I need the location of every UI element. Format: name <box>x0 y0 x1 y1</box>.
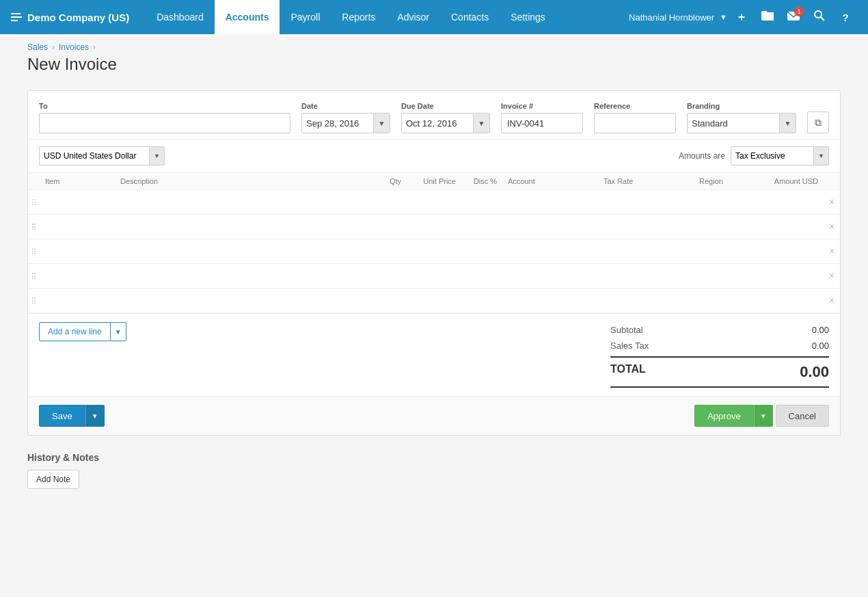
unitprice-input-3[interactable] <box>409 267 459 286</box>
remove-row-btn-3[interactable]: × <box>829 271 835 280</box>
approve-button[interactable]: Approve <box>694 405 753 427</box>
invoice-number-input[interactable] <box>501 113 583 133</box>
remove-row-btn-4[interactable]: × <box>829 295 835 305</box>
date-input[interactable] <box>302 114 373 133</box>
taxrate-input-1[interactable] <box>601 217 691 237</box>
branding-select[interactable]: Standard <box>688 114 779 133</box>
account-input-4[interactable] <box>505 291 595 310</box>
desc-input-4[interactable] <box>118 291 363 310</box>
nav-settings[interactable]: Settings <box>500 0 556 34</box>
cancel-button[interactable]: Cancel <box>776 405 829 427</box>
due-date-dropdown-btn[interactable]: ▼ <box>473 114 489 133</box>
taxrate-input-4[interactable] <box>601 291 691 310</box>
disc-input-1[interactable] <box>464 217 500 237</box>
save-chevron-icon: ▼ <box>92 412 98 420</box>
desc-input-2[interactable] <box>118 242 363 261</box>
item-input-3[interactable] <box>42 267 112 286</box>
taxrate-input-0[interactable] <box>601 193 691 212</box>
currency-dropdown-icon: ▼ <box>149 147 164 165</box>
total-row: TOTAL 0.00 <box>610 356 829 388</box>
qty-input-2[interactable] <box>368 242 404 261</box>
item-input-1[interactable] <box>42 217 112 237</box>
desc-input-0[interactable] <box>118 193 363 212</box>
qty-input-4[interactable] <box>368 291 404 310</box>
breadcrumb-invoices[interactable]: Invoices <box>59 42 89 52</box>
remove-row-btn-0[interactable]: × <box>829 197 835 207</box>
nav-dashboard[interactable]: Dashboard <box>146 0 215 34</box>
breadcrumb-sales[interactable]: Sales <box>27 42 48 52</box>
disc-input-3[interactable] <box>464 267 500 286</box>
action-bar: Save ▼ Approve ▼ Cancel <box>28 396 840 435</box>
user-dropdown-icon[interactable]: ▼ <box>720 13 727 21</box>
approve-dropdown-btn[interactable]: ▼ <box>754 405 773 427</box>
amounts-are-select[interactable]: Tax ExclusiveTax InclusiveNo Tax <box>731 147 813 165</box>
unitprice-input-2[interactable] <box>409 242 459 261</box>
add-button[interactable]: + <box>730 5 753 29</box>
region-input-4[interactable] <box>696 291 752 310</box>
disc-input-0[interactable] <box>464 193 500 212</box>
search-button[interactable] <box>808 5 831 29</box>
region-input-3[interactable] <box>696 267 752 286</box>
unitprice-input-4[interactable] <box>409 291 459 310</box>
folder-icon <box>761 11 774 23</box>
nav-accounts[interactable]: Accounts <box>215 0 280 34</box>
currency-select[interactable]: USD United States Dollar <box>40 147 149 165</box>
unitprice-input-1[interactable] <box>409 217 459 237</box>
drag-handle-4[interactable]: ⠿ <box>28 289 40 313</box>
company-logo[interactable]: Demo Company (US) <box>11 12 129 23</box>
to-input[interactable] <box>39 113 290 133</box>
qty-input-3[interactable] <box>368 267 404 286</box>
region-input-0[interactable] <box>696 193 752 212</box>
item-input-2[interactable] <box>42 242 112 261</box>
add-line-button[interactable]: Add a new line <box>39 322 111 341</box>
nav-reports[interactable]: Reports <box>331 0 386 34</box>
nav-contacts[interactable]: Contacts <box>440 0 500 34</box>
disc-input-4[interactable] <box>464 291 500 310</box>
drag-handle-2[interactable]: ⠿ <box>28 239 40 264</box>
amount-input-1[interactable] <box>758 217 821 237</box>
plus-icon: + <box>738 10 746 25</box>
nav-advisor[interactable]: Advisor <box>386 0 440 34</box>
to-field: To <box>39 102 290 133</box>
mail-button[interactable]: 1 <box>782 5 805 29</box>
amount-input-3[interactable] <box>758 267 821 286</box>
sales-tax-label: Sales Tax <box>610 341 649 351</box>
help-button[interactable]: ? <box>834 5 857 29</box>
branding-dropdown-icon: ▼ <box>779 114 796 133</box>
qty-input-1[interactable] <box>368 217 404 237</box>
add-line-dropdown-btn[interactable]: ▼ <box>111 322 126 341</box>
unitprice-input-0[interactable] <box>409 193 459 212</box>
due-date-input[interactable] <box>402 114 473 133</box>
item-input-4[interactable] <box>42 291 112 310</box>
amount-input-0[interactable] <box>758 193 821 212</box>
remove-row-btn-1[interactable]: × <box>829 222 835 231</box>
region-input-2[interactable] <box>696 242 752 261</box>
date-dropdown-btn[interactable]: ▼ <box>373 114 390 133</box>
nav-payroll[interactable]: Payroll <box>280 0 331 34</box>
taxrate-input-2[interactable] <box>601 242 691 261</box>
disc-input-2[interactable] <box>464 242 500 261</box>
item-input-0[interactable] <box>42 193 112 212</box>
add-note-button[interactable]: Add Note <box>27 470 79 489</box>
account-input-2[interactable] <box>505 242 595 261</box>
remove-row-btn-2[interactable]: × <box>829 246 835 256</box>
amount-input-4[interactable] <box>758 291 821 310</box>
col-taxrate-header: Tax Rate <box>598 173 694 190</box>
qty-input-0[interactable] <box>368 193 404 212</box>
drag-handle-3[interactable]: ⠿ <box>28 264 40 289</box>
reference-input[interactable] <box>594 113 676 133</box>
desc-input-3[interactable] <box>118 267 363 286</box>
save-button[interactable]: Save <box>39 405 85 427</box>
amount-input-2[interactable] <box>758 242 821 261</box>
drag-handle-0[interactable]: ⠿ <box>28 190 40 215</box>
folder-button[interactable] <box>756 5 779 29</box>
account-input-1[interactable] <box>505 217 595 237</box>
account-input-0[interactable] <box>505 193 595 212</box>
taxrate-input-3[interactable] <box>601 267 691 286</box>
save-dropdown-btn[interactable]: ▼ <box>85 405 105 427</box>
region-input-1[interactable] <box>696 217 752 237</box>
copy-button[interactable]: ⧉ <box>807 111 829 133</box>
desc-input-1[interactable] <box>118 217 363 237</box>
drag-handle-1[interactable]: ⠿ <box>28 215 40 239</box>
account-input-3[interactable] <box>505 267 595 286</box>
